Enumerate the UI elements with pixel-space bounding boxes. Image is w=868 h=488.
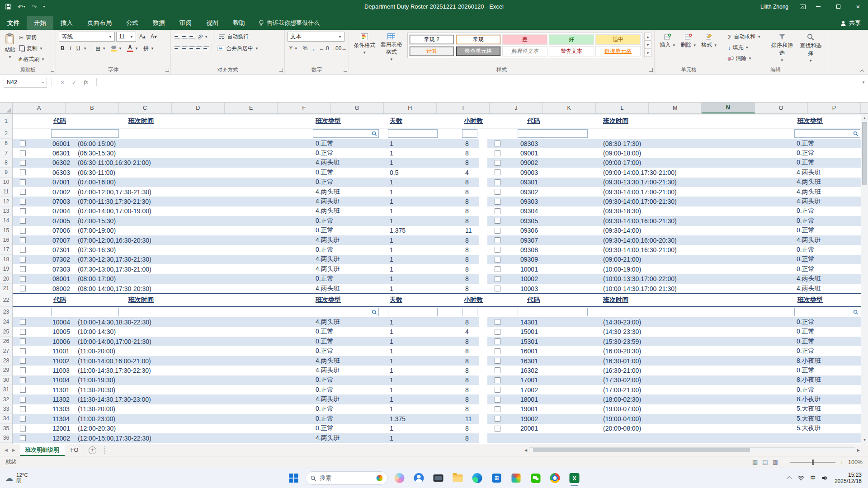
dialog-launcher[interactable] [344,68,347,72]
code-cell[interactable]: 07006 [50,226,76,235]
hours-cell[interactable]: 8 [463,394,479,404]
code-cell[interactable]: 20001 [514,424,596,433]
shift-time-cell[interactable]: (09:30-14:00) [596,226,794,235]
code-cell[interactable]: 07004 [50,206,76,216]
sheet-nav-right-button[interactable]: ▶ [12,448,15,452]
filter-search-input[interactable] [462,129,477,138]
gap-cell[interactable] [479,375,487,385]
hours-cell[interactable]: 8 [463,337,479,346]
row-header[interactable]: 27 [0,346,12,356]
shift-time-cell[interactable]: (19:00-04:00) [596,414,794,423]
shift-time-cell[interactable]: (17:00-21:00) [596,385,794,394]
column-header-H[interactable]: H [384,103,437,113]
shift-time-cell[interactable]: (07:00-12:00,16:30-20:30) [76,235,313,245]
ribbon-tab-视图[interactable]: 视图 [199,16,226,30]
days-cell[interactable]: 1.375 [387,226,463,235]
row-checkbox[interactable] [495,218,500,224]
comma-style-button[interactable]: , [311,43,316,53]
code-cell[interactable]: 08002 [50,284,76,293]
row-checkbox[interactable] [495,358,500,364]
shift-type-cell[interactable]: 4.两头班 [794,274,861,283]
code-cell[interactable]: 10005 [50,327,76,337]
gallery-more-button[interactable]: ▼ [644,49,651,57]
align-bottom-button[interactable] [188,34,194,40]
code-cell[interactable]: 16001 [514,346,596,356]
column-header-M[interactable]: M [649,103,702,113]
checkbox-cell[interactable] [13,197,50,206]
checkbox-cell[interactable] [13,235,50,245]
row-checkbox[interactable] [495,150,500,156]
normal-view-button[interactable]: ▦ [752,459,758,465]
expand-formula-bar-button[interactable]: ▾ [859,80,868,84]
shift-type-cell[interactable]: 0.正常 [313,414,387,423]
hours-cell[interactable]: 4 [463,327,479,337]
shift-type-cell[interactable]: 0.正常 [313,404,387,414]
gap-cell[interactable] [479,148,487,158]
code-cell[interactable]: 16301 [514,356,596,366]
code-cell[interactable]: 07005 [50,216,76,225]
table-header-days[interactable]: 天数 [387,114,463,128]
shift-time-cell[interactable]: (10:00-13:30,17:00-22:00) [596,274,794,283]
shift-type-cell[interactable]: 0.正常 [794,337,861,346]
checkbox-cell[interactable] [487,206,514,216]
table-header-type[interactable]: 班次类型 [794,294,861,306]
shift-time-cell[interactable]: (07:00-11:30,17:30-21:30) [76,197,313,206]
code-cell[interactable]: 07301 [50,245,76,254]
gap-cell[interactable] [479,317,487,327]
taskbar-search[interactable]: 搜索 [306,471,388,485]
hours-cell[interactable]: 8 [463,197,479,206]
table-header-type[interactable]: 班次类型 [313,114,387,128]
row-header[interactable]: 21 [0,284,12,293]
shift-type-cell[interactable]: 4.两头班 [794,168,861,177]
row-checkbox[interactable] [495,416,500,422]
increase-font-button[interactable]: A▴ [137,32,147,42]
checkbox-cell[interactable] [487,404,514,414]
checkbox-cell[interactable] [487,274,514,283]
checkbox-cell[interactable] [13,264,50,274]
row-checkbox[interactable] [20,435,26,441]
days-cell[interactable]: 1 [387,178,463,187]
row-header[interactable]: 19 [0,264,12,274]
phonetic-button[interactable]: 拼▼ [142,43,156,53]
column-header-D[interactable]: D [172,103,225,113]
shift-time-cell[interactable]: (11:30-20:30) [76,385,313,394]
taskbar-excel[interactable]: X [567,469,582,487]
zoom-out-button[interactable]: − [783,459,786,465]
tray-overflow-button[interactable] [787,476,792,481]
cell-style-option[interactable]: 警告文本 [549,46,594,56]
code-cell[interactable]: 10001 [514,264,596,274]
shift-type-cell[interactable]: 0.正常 [794,255,861,264]
gap-cell[interactable] [479,274,487,283]
gap-cell[interactable] [479,168,487,177]
code-cell[interactable]: 11003 [50,366,76,375]
column-header-E[interactable]: E [225,103,278,113]
checkbox-cell[interactable] [487,433,514,443]
shift-time-cell[interactable]: (16:30-21:00) [596,366,794,375]
sheet-nav-left-button[interactable]: ◀ [5,448,8,452]
checkbox-cell[interactable] [13,158,50,168]
shift-time-cell[interactable]: (09:00-14:00,17:30-21:00) [596,168,794,177]
code-cell[interactable] [514,433,596,443]
paste-button[interactable]: 粘贴▼ [3,32,17,61]
row-checkbox[interactable] [20,247,26,253]
checkbox-cell[interactable] [487,394,514,404]
collapse-ribbon-button[interactable] [860,69,864,72]
row-header[interactable]: 13 [0,206,12,216]
filter-search-input[interactable] [388,129,438,138]
shift-time-cell[interactable]: (09:30-14:00,16:00-20:30) [596,235,794,245]
shift-time-cell[interactable]: (18:00-02:30) [596,394,794,404]
shift-type-cell[interactable]: 0.正常 [794,206,861,216]
row-checkbox[interactable] [495,329,500,335]
shift-time-cell[interactable]: (10:00-14:00,17:00-21:30) [76,337,313,346]
days-cell[interactable]: 1 [387,139,463,148]
row-checkbox[interactable] [495,199,500,205]
table-header-code[interactable]: 代码 [50,114,76,128]
checkbox-cell[interactable] [487,375,514,385]
bold-button[interactable]: B [59,43,66,53]
row-header[interactable]: 32 [0,394,12,404]
days-cell[interactable]: 1 [387,158,463,168]
checkbox-cell[interactable] [487,356,514,366]
shift-type-cell[interactable]: 4.两头班 [313,158,387,168]
shift-type-cell[interactable]: 0.正常 [313,216,387,225]
cut-button[interactable]: ✂剪切 [17,33,47,42]
